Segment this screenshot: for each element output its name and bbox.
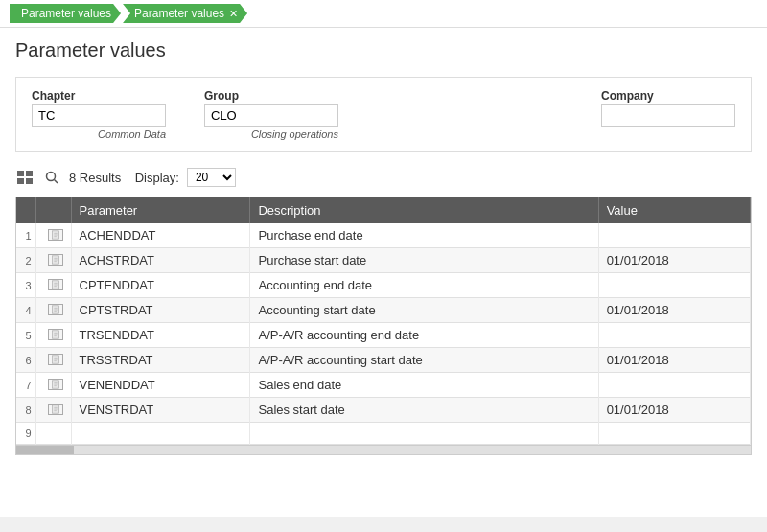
cell-value: 01/01/2018	[598, 298, 750, 323]
cell-value: 01/01/2018	[598, 398, 750, 423]
row-number: 4	[16, 298, 35, 323]
table-row[interactable]: 9	[16, 423, 751, 445]
group-hint: Closing operations	[204, 128, 338, 140]
svg-rect-3	[26, 178, 33, 184]
row-number: 2	[16, 248, 35, 273]
col-parameter: Parameter	[71, 197, 250, 223]
chapter-label: Chapter	[32, 89, 166, 103]
row-number: 6	[16, 348, 35, 373]
col-num	[16, 197, 35, 223]
svg-line-5	[55, 180, 58, 184]
row-icon-cell[interactable]	[35, 298, 71, 323]
chapter-group: Chapter Common Data	[32, 89, 166, 140]
cell-parameter: TRSSTRDAT	[71, 348, 250, 373]
cell-parameter: ACHENDDAT	[71, 223, 250, 248]
cell-description: Sales start date	[250, 398, 598, 423]
breadcrumb-label-2: Parameter values	[134, 7, 224, 20]
cell-parameter: ACHSTRDAT	[71, 248, 250, 273]
group-group: Group Closing operations	[204, 89, 338, 140]
document-icon[interactable]	[48, 304, 63, 315]
cell-description: Sales end date	[250, 373, 598, 398]
svg-point-4	[47, 173, 56, 181]
row-number: 5	[16, 323, 35, 348]
table-wrapper: Parameter Description Value 1 ACHENDDATP…	[15, 197, 752, 455]
cell-description: Accounting start date	[250, 298, 598, 323]
cell-description: Purchase start date	[250, 248, 598, 273]
cell-value	[598, 323, 750, 348]
col-description: Description	[250, 197, 598, 223]
row-number: 9	[16, 423, 35, 445]
breadcrumb-item-1[interactable]: Parameter values	[10, 4, 121, 23]
breadcrumb-bar: Parameter values Parameter values ✕	[0, 0, 767, 28]
document-icon[interactable]	[48, 254, 63, 266]
results-text: 8 Results Display:	[69, 171, 179, 185]
table-row[interactable]: 6 TRSSTRDATA/P-A/R accounting start date…	[16, 348, 751, 373]
table-row[interactable]: 7 VENENDDATSales end date	[16, 373, 751, 398]
row-icon-cell[interactable]	[35, 248, 71, 273]
form-section: Chapter Common Data Group Closing operat…	[15, 77, 752, 152]
cell-value	[598, 273, 750, 298]
cell-description: A/P-A/R accounting end date	[250, 323, 598, 348]
document-icon[interactable]	[48, 354, 63, 365]
row-icon-cell[interactable]	[35, 348, 71, 373]
table-row[interactable]: 8 VENSTRDATSales start date01/01/2018	[16, 398, 751, 423]
table-row[interactable]: 2 ACHSTRDATPurchase start date01/01/2018	[16, 248, 751, 273]
row-icon-cell[interactable]	[35, 373, 71, 398]
cell-value: 01/01/2018	[598, 248, 750, 273]
company-input[interactable]	[601, 104, 735, 127]
cell-description: Purchase end date	[250, 223, 598, 248]
document-icon[interactable]	[48, 404, 63, 415]
svg-rect-2	[17, 178, 24, 184]
cell-value	[598, 223, 750, 248]
cell-parameter: CPTENDDAT	[71, 273, 250, 298]
cell-description: Accounting end date	[250, 273, 598, 298]
document-icon[interactable]	[48, 229, 63, 241]
search-icon[interactable]	[42, 168, 61, 187]
toolbar: 8 Results Display: 20 50 100	[15, 164, 752, 191]
chapter-input[interactable]	[32, 104, 166, 127]
breadcrumb-label-1: Parameter values	[21, 7, 111, 20]
cell-parameter: VENSTRDAT	[71, 398, 250, 423]
row-icon-cell[interactable]	[35, 223, 71, 248]
breadcrumb-item-2[interactable]: Parameter values ✕	[123, 4, 247, 23]
cell-value	[598, 373, 750, 398]
cell-parameter: TRSENDDAT	[71, 323, 250, 348]
chapter-hint: Common Data	[32, 128, 166, 140]
row-number: 7	[16, 373, 35, 398]
company-group: Company	[601, 89, 735, 140]
data-table: Parameter Description Value 1 ACHENDDATP…	[16, 197, 751, 445]
table-row[interactable]: 4 CPTSTRDATAccounting start date01/01/20…	[16, 298, 751, 323]
document-icon[interactable]	[48, 379, 63, 390]
table-header-row: Parameter Description Value	[16, 197, 751, 223]
cell-parameter	[71, 423, 250, 445]
row-icon-cell[interactable]	[35, 273, 71, 298]
row-icon-cell[interactable]	[35, 423, 71, 445]
svg-rect-1	[26, 171, 33, 176]
scrollbar-thumb[interactable]	[16, 446, 74, 455]
document-icon[interactable]	[48, 279, 63, 290]
cell-description	[250, 423, 598, 445]
breadcrumb-close-icon[interactable]: ✕	[229, 8, 238, 20]
group-label: Group	[204, 89, 338, 103]
cell-parameter: CPTSTRDAT	[71, 298, 250, 323]
table-row[interactable]: 1 ACHENDDATPurchase end date	[16, 223, 751, 248]
company-label: Company	[601, 89, 735, 103]
table-row[interactable]: 3 CPTENDDATAccounting end date	[16, 273, 751, 298]
page-title: Parameter values	[15, 39, 752, 61]
row-number: 8	[16, 398, 35, 423]
row-icon-cell[interactable]	[35, 398, 71, 423]
table-row[interactable]: 5 TRSENDDATA/P-A/R accounting end date	[16, 323, 751, 348]
group-input[interactable]	[204, 104, 338, 127]
display-select[interactable]: 20 50 100	[187, 168, 236, 187]
document-icon[interactable]	[48, 329, 63, 340]
row-number: 1	[16, 223, 35, 248]
svg-rect-0	[17, 171, 24, 176]
cell-parameter: VENENDDAT	[71, 373, 250, 398]
horizontal-scrollbar[interactable]	[16, 445, 751, 454]
grid-icon[interactable]	[15, 168, 35, 187]
col-value: Value	[598, 197, 750, 223]
cell-value	[598, 423, 750, 445]
row-number: 3	[16, 273, 35, 298]
page-container: Parameter values Chapter Common Data Gro…	[0, 28, 767, 517]
row-icon-cell[interactable]	[35, 323, 71, 348]
